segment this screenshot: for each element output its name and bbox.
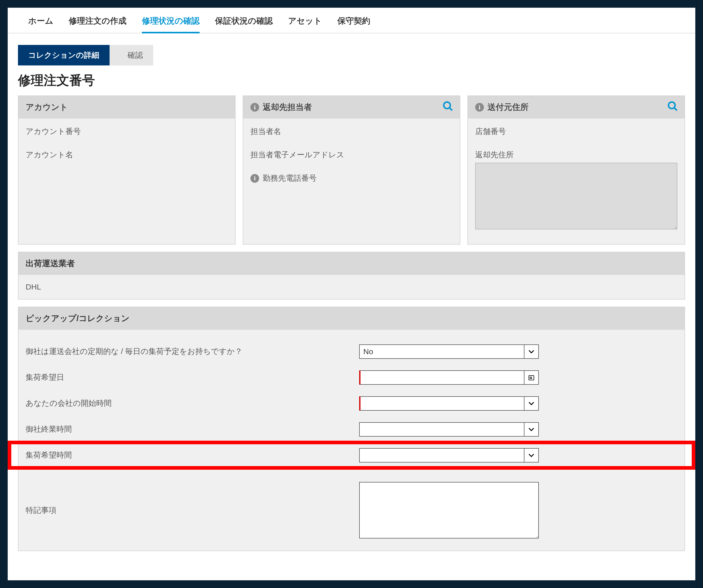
nav-home[interactable]: ホーム: [28, 15, 53, 33]
info-icon: i: [475, 103, 484, 112]
main-nav: ホーム 修理注文の作成 修理状況の確認 保証状況の確認 アセット 保守契約: [8, 8, 695, 33]
notes-textarea[interactable]: [359, 482, 539, 538]
row-preferred-pickup-time: 集荷希望時間: [26, 444, 677, 466]
chevron-down-icon: [524, 423, 538, 436]
close-time-label: 御社終業時間: [26, 418, 359, 441]
search-icon: [667, 100, 678, 112]
contact-phone-label: i 勤務先電話番号: [250, 173, 453, 183]
panel-return-contact-body: 担当者名 担当者電子メールアドレス i 勤務先電話番号: [243, 119, 460, 196]
pickup-date-label: 集荷希望日: [26, 366, 359, 389]
return-address-label: 返却先住所: [475, 150, 677, 160]
info-icon: i: [250, 103, 259, 112]
svg-point-0: [444, 102, 451, 109]
has-schedule-value: No: [363, 347, 373, 356]
account-name-label: アカウント名: [26, 150, 228, 160]
panel-account-header: アカウント: [18, 96, 235, 119]
panel-account-title: アカウント: [26, 102, 68, 113]
row-pickup-date: 集荷希望日: [26, 366, 677, 389]
svg-point-5: [530, 377, 532, 379]
open-time-label: あなたの会社の開始時間: [26, 392, 359, 415]
panel-ship-from-body: 店舗番号 返却先住所: [468, 119, 685, 244]
date-picker-icon[interactable]: [524, 371, 538, 384]
section-pickup-header: ピックアップ/コレクション: [18, 307, 685, 330]
top-panels: アカウント アカウント番号 アカウント名 i 返却先担当者 担当者名 担当者電子…: [8, 95, 695, 244]
wizard-step-confirm[interactable]: 確認: [109, 45, 153, 65]
account-number-label: アカウント番号: [26, 126, 228, 137]
info-icon: i: [250, 174, 259, 183]
wizard-breadcrumb: コレクションの詳細 確認: [18, 45, 695, 65]
contact-phone-label-text: 勤務先電話番号: [263, 173, 317, 183]
nav-check-repair-status[interactable]: 修理状況の確認: [142, 15, 200, 33]
preferred-pickup-time-select[interactable]: [359, 448, 539, 462]
panel-ship-from: i 送付元住所 店舗番号 返却先住所: [467, 95, 685, 244]
nav-maintenance-contracts[interactable]: 保守契約: [337, 15, 370, 33]
panel-return-contact-title: 返却先担当者: [263, 102, 312, 113]
has-schedule-select[interactable]: No: [359, 345, 539, 359]
svg-point-2: [669, 102, 675, 109]
carrier-value: DHL: [18, 275, 685, 299]
chevron-down-icon: [524, 397, 538, 410]
pickup-date-field[interactable]: [364, 371, 535, 384]
pickup-date-input[interactable]: [359, 370, 539, 385]
contact-name-label: 担当者名: [250, 126, 453, 137]
search-return-contact-button[interactable]: [442, 100, 454, 114]
app-frame: ホーム 修理注文の作成 修理状況の確認 保証状況の確認 アセット 保守契約 コレ…: [8, 8, 695, 580]
section-pickup: ピックアップ/コレクション 御社は運送会社の定期的な / 毎日の集荷予定をお持ち…: [18, 307, 685, 551]
open-time-select[interactable]: [359, 396, 539, 411]
chevron-down-icon: [524, 449, 538, 462]
store-number-label: 店舗番号: [475, 126, 677, 137]
row-open-time: あなたの会社の開始時間: [26, 392, 677, 415]
wizard-step-collection-details[interactable]: コレクションの詳細: [18, 45, 109, 65]
svg-line-1: [450, 108, 452, 111]
panel-ship-from-title: 送付元住所: [487, 102, 529, 113]
row-has-schedule: 御社は運送会社の定期的な / 毎日の集荷予定をお持ちですか？ No: [26, 340, 677, 363]
chevron-down-icon: [524, 345, 538, 358]
section-carrier: 出荷運送業者 DHL: [18, 252, 685, 299]
panel-ship-from-header: i 送付元住所: [468, 96, 685, 119]
search-icon: [442, 100, 454, 112]
pickup-form: 御社は運送会社の定期的な / 毎日の集荷予定をお持ちですか？ No 集荷希望日: [18, 330, 685, 550]
nav-check-warranty-status[interactable]: 保証状況の確認: [215, 15, 273, 33]
has-schedule-label: 御社は運送会社の定期的な / 毎日の集荷予定をお持ちですか？: [26, 340, 359, 363]
panel-return-contact-header: i 返却先担当者: [243, 96, 460, 119]
notes-label: 特記事項: [26, 482, 359, 522]
panel-account: アカウント アカウント番号 アカウント名: [18, 95, 236, 244]
panel-account-body: アカウント番号 アカウント名: [18, 119, 235, 173]
nav-assets[interactable]: アセット: [288, 15, 322, 33]
nav-create-repair-order[interactable]: 修理注文の作成: [69, 15, 127, 33]
close-time-select[interactable]: [359, 422, 539, 437]
section-carrier-header: 出荷運送業者: [18, 252, 685, 275]
return-address-textarea[interactable]: [475, 163, 677, 229]
row-close-time: 御社終業時間: [26, 418, 677, 441]
page-title: 修理注文番号: [18, 72, 695, 89]
search-ship-from-button[interactable]: [667, 100, 678, 114]
svg-line-3: [674, 108, 677, 111]
panel-return-contact: i 返却先担当者 担当者名 担当者電子メールアドレス i 勤務先電話番号: [243, 95, 460, 244]
svg-line-6: [531, 378, 532, 379]
preferred-pickup-time-label: 集荷希望時間: [26, 444, 359, 466]
contact-email-label: 担当者電子メールアドレス: [250, 150, 453, 160]
row-notes: 特記事項: [26, 482, 677, 540]
